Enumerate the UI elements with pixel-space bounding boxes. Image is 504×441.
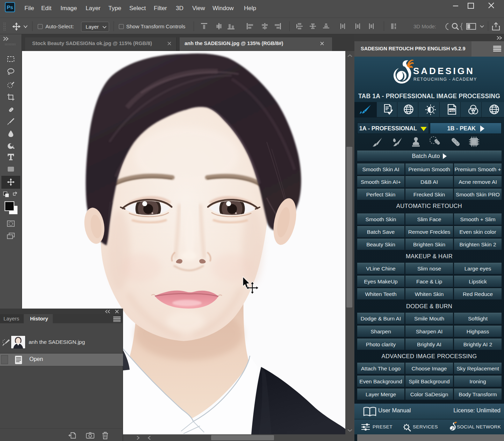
svg-text:PSD: PSD	[449, 109, 455, 112]
